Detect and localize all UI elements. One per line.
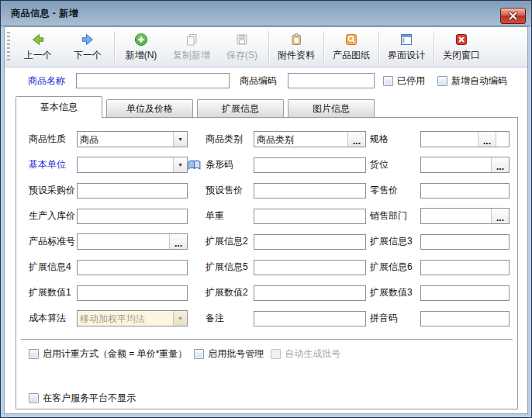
- basic-info-panel: 商品性质 商品 ▼ 商品类别 商品类别 ... 规格 ...: [16, 117, 518, 409]
- form-row: 产品标准号 ... 扩展信息2 扩展信息3: [16, 233, 517, 250]
- header-row: 商品名称 商品编码 已停用 新增自动编码: [5, 72, 527, 89]
- ext-info-4-input[interactable]: [77, 260, 188, 275]
- toolbar-separator: [434, 31, 434, 63]
- window-title: 商品信息 - 新增: [11, 7, 78, 20]
- base-unit-label[interactable]: 基本单位: [29, 158, 77, 171]
- batch-manage-checkbox[interactable]: 启用批号管理: [194, 347, 264, 361]
- pinyin-code-input[interactable]: [420, 311, 510, 326]
- barcode-label: 条形码: [206, 158, 254, 171]
- checkbox-icon: [29, 349, 39, 359]
- form-row: 扩展数值1 扩展数值2 扩展数值3: [16, 285, 517, 301]
- ext-info-3-label: 扩展信息3: [370, 235, 419, 248]
- auto-batch-checkbox: 自动生成批号: [271, 347, 340, 361]
- close-icon: [508, 12, 518, 20]
- ext-value-1-input[interactable]: [77, 285, 188, 301]
- save-floppy-icon: [234, 32, 250, 47]
- form-row: 成本算法 移动加权平均法 ▼ 备注 拼音码: [16, 310, 517, 326]
- product-name-input[interactable]: [76, 73, 230, 88]
- product-category-field[interactable]: 商品类别 ...: [254, 131, 366, 147]
- retail-price-input[interactable]: [420, 183, 510, 199]
- ui-design-button[interactable]: 界面设计: [381, 27, 432, 67]
- ext-info-5-input[interactable]: [254, 260, 366, 275]
- prev-button[interactable]: 上一个: [13, 27, 63, 67]
- form-row: 预设采购价 预设售价 零售价: [16, 182, 517, 199]
- form-row: 生产入库价 单重 销售部门 ...: [16, 208, 517, 224]
- auto-code-checkbox[interactable]: 新增自动编码: [437, 74, 507, 88]
- unit-weight-label: 单重: [206, 209, 254, 223]
- ext-info-2-label: 扩展信息2: [206, 235, 254, 248]
- ellipsis-button[interactable]: ...: [478, 132, 496, 147]
- ext-info-5-label: 扩展信息5: [206, 261, 254, 274]
- hide-on-service-checkbox[interactable]: 在客户服务平台不显示: [29, 392, 136, 405]
- field-value: [421, 132, 478, 147]
- section-divider: [21, 339, 513, 340]
- tab-image-info[interactable]: 图片信息: [288, 99, 375, 118]
- product-standard-field[interactable]: ...: [77, 233, 188, 250]
- extra-button[interactable]: [496, 132, 509, 147]
- ext-value-3-label: 扩展数值3: [370, 286, 419, 299]
- retail-price-label: 零售价: [370, 184, 419, 197]
- chevron-down-icon[interactable]: ▼: [173, 157, 187, 172]
- toolbar-separator: [268, 31, 269, 63]
- combo-value: 商品: [78, 132, 173, 147]
- window-close-button[interactable]: [500, 8, 526, 24]
- tab-basic-info[interactable]: 基本信息: [16, 96, 102, 118]
- unit-weight-input[interactable]: [254, 209, 366, 224]
- sales-department-label: 销售部门: [370, 209, 419, 223]
- title-bar: 商品信息 - 新增: [1, 1, 531, 26]
- storage-location-field[interactable]: ...: [420, 157, 510, 173]
- ellipsis-button[interactable]: ...: [491, 209, 509, 223]
- spec-field[interactable]: ...: [420, 131, 510, 147]
- ext-info-2-input[interactable]: [254, 234, 366, 250]
- attachment-button[interactable]: 附件资料: [271, 27, 322, 67]
- product-drawing-button[interactable]: 产品图纸: [326, 27, 377, 67]
- sales-department-field[interactable]: ...: [420, 208, 510, 224]
- preset-sale-price-label: 预设售价: [206, 184, 254, 197]
- tab-label: 单位及价格: [126, 102, 173, 116]
- options-row: 在客户服务平台不显示: [16, 392, 517, 405]
- ext-value-3-input[interactable]: [420, 285, 510, 301]
- chevron-down-icon[interactable]: ▼: [173, 132, 187, 147]
- next-button[interactable]: 下一个: [63, 27, 112, 67]
- ellipsis-button[interactable]: ...: [491, 157, 509, 172]
- ellipsis-button[interactable]: ...: [347, 132, 365, 147]
- add-new-button-label: 新增(N): [126, 49, 157, 62]
- product-nature-label: 商品性质: [29, 133, 77, 146]
- product-code-label: 商品编码: [240, 74, 288, 88]
- ellipsis-button[interactable]: ...: [169, 234, 187, 249]
- barcode-input[interactable]: [254, 157, 366, 173]
- copy-icon: [184, 32, 199, 47]
- ext-info-6-input[interactable]: [420, 260, 510, 275]
- window-content: 上一个 下一个 新增(N) 复制新增 保存(S): [4, 26, 528, 414]
- ext-info-3-input[interactable]: [420, 234, 510, 250]
- tab-extended-info[interactable]: 扩展信息: [197, 99, 284, 118]
- preset-purchase-price-label: 预设采购价: [29, 184, 77, 197]
- clipboard-icon: [288, 32, 304, 47]
- add-new-button[interactable]: 新增(N): [116, 27, 166, 67]
- tab-bar: 基本信息 单位及价格 扩展信息 图片信息: [16, 96, 518, 118]
- weight-mode-checkbox[interactable]: 启用计重方式（金额 = 单价*重量）: [29, 347, 187, 361]
- tab-unit-price[interactable]: 单位及价格: [106, 99, 193, 118]
- production-price-input[interactable]: [77, 209, 188, 224]
- ext-value-2-input[interactable]: [254, 285, 366, 301]
- field-value: [78, 234, 169, 249]
- pinyin-code-label: 拼音码: [370, 312, 419, 325]
- form-row: 商品性质 商品 ▼ 商品类别 商品类别 ... 规格 ...: [16, 131, 517, 147]
- close-window-button[interactable]: 关闭窗口: [436, 27, 487, 67]
- product-nature-combo[interactable]: 商品 ▼: [77, 131, 188, 147]
- remark-input[interactable]: [254, 311, 366, 326]
- chevron-down-icon: ▼: [173, 311, 187, 326]
- stopped-checkbox[interactable]: 已停用: [383, 74, 425, 88]
- book-icon: [187, 159, 202, 171]
- toolbar-grip-handle[interactable]: [7, 32, 10, 62]
- product-code-input[interactable]: [288, 73, 375, 88]
- preset-sale-price-input[interactable]: [254, 183, 366, 199]
- combo-value: 移动加权平均法: [78, 311, 173, 326]
- next-button-label: 下一个: [74, 49, 102, 62]
- copy-new-button-label: 复制新增: [173, 49, 210, 62]
- base-unit-combo[interactable]: ▼: [77, 157, 188, 173]
- auto-code-checkbox-label: 新增自动编码: [451, 74, 507, 88]
- preset-purchase-price-input[interactable]: [77, 183, 188, 199]
- field-value: [421, 209, 491, 223]
- tab-label: 基本信息: [40, 101, 78, 114]
